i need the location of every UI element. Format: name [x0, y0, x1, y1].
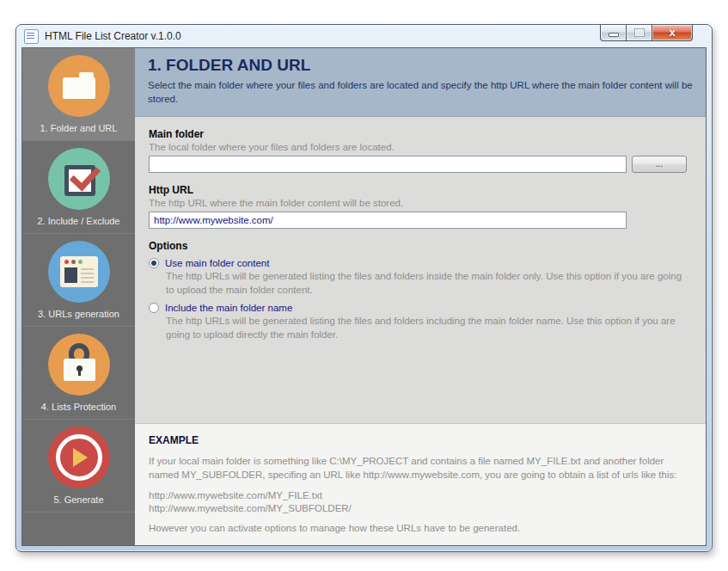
example-url-file: http://www.mywebsite.com/MY_FILE.txt [149, 489, 692, 502]
form-area: Main folder The local folder where your … [135, 117, 706, 423]
options-label: Options [149, 240, 692, 252]
app-window: HTML File List Creator v.1.0.0 x 1. Fold… [15, 24, 713, 552]
radio-button[interactable] [149, 258, 159, 268]
http-url-input[interactable] [149, 212, 627, 229]
sidebar-item-label: 3. URLs generation [38, 309, 119, 319]
step-header: 1. FOLDER AND URL Select the main folder… [135, 48, 706, 117]
window-title: HTML File List Creator v.1.0.0 [45, 30, 181, 42]
example-intro: If your local main folder is something l… [149, 455, 692, 482]
sidebar-item-label: 2. Include / Exclude [37, 216, 119, 226]
radio-description: The http URLs will be generated listing … [166, 315, 692, 341]
sidebar-item-generate[interactable]: 5. Generate [22, 420, 135, 513]
checkbox-icon [48, 148, 110, 210]
caption-buttons: x [600, 25, 693, 41]
sidebar-item-folder-and-url[interactable]: 1. Folder and URL [22, 48, 135, 141]
radio-button[interactable] [149, 303, 159, 313]
main-folder-hint: The local folder where your files and fo… [149, 142, 692, 152]
close-button[interactable]: x [652, 25, 693, 41]
minimize-button[interactable] [600, 25, 626, 41]
sidebar-item-lists-protection[interactable]: 4. Lists Protection [22, 327, 135, 420]
page-description: Select the main folder where your files … [148, 79, 693, 106]
close-icon: x [669, 27, 675, 38]
lock-icon [48, 334, 110, 396]
maximize-icon [634, 28, 645, 37]
play-icon [48, 427, 110, 488]
minimize-icon [609, 33, 619, 37]
radio-label[interactable]: Include the main folder name [165, 303, 292, 313]
main-folder-input[interactable] [149, 156, 627, 173]
maximize-button[interactable] [626, 25, 652, 41]
folder-icon [48, 55, 110, 117]
options-section: Options Use main folder content The http… [149, 240, 692, 341]
radio-include-main-folder-name[interactable]: Include the main folder name [149, 303, 692, 313]
browser-icon [48, 241, 110, 303]
main-folder-label: Main folder [149, 128, 692, 140]
example-title: EXAMPLE [149, 434, 692, 446]
sidebar-item-urls-generation[interactable]: 3. URLs generation [22, 234, 135, 327]
http-url-label: Http URL [149, 184, 692, 196]
window-content: 1. Folder and URL 2. Include / Exclude [21, 47, 707, 546]
main-panel: 1. FOLDER AND URL Select the main folder… [135, 48, 706, 545]
sidebar-item-include-exclude[interactable]: 2. Include / Exclude [22, 141, 135, 234]
title-bar[interactable]: HTML File List Creator v.1.0.0 x [16, 25, 712, 47]
page-title: 1. FOLDER AND URL [148, 56, 693, 75]
radio-label[interactable]: Use main folder content [165, 258, 269, 268]
example-section: EXAMPLE If your local main folder is som… [135, 423, 706, 545]
sidebar-item-label: 4. Lists Protection [41, 402, 116, 412]
sidebar-item-label: 5. Generate [53, 494, 103, 505]
browse-button[interactable]: ... [632, 156, 687, 173]
example-url-subfolder: http://www.mywebsite.com/MY_SUBFOLDER/ [149, 502, 692, 515]
step-sidebar: 1. Folder and URL 2. Include / Exclude [22, 48, 135, 545]
example-outro: However you can activate options to mana… [149, 523, 692, 533]
app-icon [24, 29, 39, 44]
radio-description: The http URLs will be generated listing … [166, 270, 692, 297]
http-url-row [149, 212, 692, 229]
radio-use-main-folder-content[interactable]: Use main folder content [149, 258, 692, 268]
main-folder-row: ... [149, 156, 692, 173]
http-url-hint: The http URL where the main folder conte… [149, 198, 692, 208]
sidebar-item-label: 1. Folder and URL [40, 123, 118, 133]
